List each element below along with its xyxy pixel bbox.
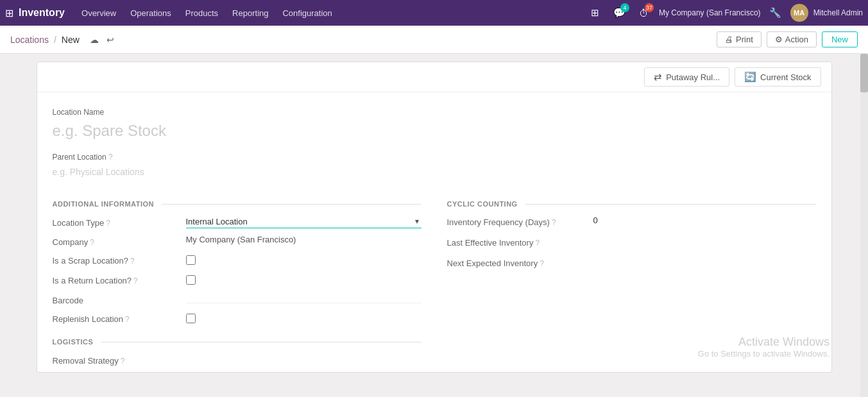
stock-icon: 🔄 (744, 71, 756, 83)
return-location-label-cell: Is a Return Location? ? (53, 273, 181, 285)
breadcrumb-icons: ☁ ↩ (87, 33, 117, 46)
scrap-location-value (186, 253, 421, 267)
barcode-input[interactable] (186, 293, 421, 303)
action-button[interactable]: ⚙ Action (767, 31, 817, 47)
inventory-freq-row: Inventory Frequency (Days) ? 0 (447, 215, 816, 227)
cyclic-counting-title: CYCLIC COUNTING (447, 200, 518, 208)
cloud-save-icon[interactable]: ☁ (87, 33, 101, 46)
current-stock-button[interactable]: 🔄 Current Stock (735, 67, 821, 87)
form-card-header: ⇄ Putaway Rul... 🔄 Current Stock (37, 62, 831, 92)
menu-item-operations[interactable]: Operations (124, 6, 178, 21)
parent-location-input[interactable] (53, 164, 816, 180)
breadcrumb-bar: Locations / New ☁ ↩ 🖨 Print ⚙ Action New (0, 26, 868, 54)
logistics-line (101, 342, 421, 342)
location-type-select-wrapper: Internal Location (186, 215, 421, 228)
gear-icon: ⚙ (775, 35, 783, 44)
topnav-right: ⊞ 💬 4 ⏱ 37 My Company (San Francisco) 🔧 … (586, 3, 863, 22)
putaway-rules-button[interactable]: ⇄ Putaway Rul... (644, 67, 729, 87)
two-column-section: ADDITIONAL INFORMATION Location Type ? (53, 190, 816, 372)
cyclic-counting-section-header: CYCLIC COUNTING (447, 200, 816, 208)
menu-item-reporting[interactable]: Reporting (226, 6, 275, 21)
scrap-location-label-cell: Is a Scrap Location? ? (53, 253, 181, 266)
removal-strategy-label-cell: Removal Strategy ? (53, 353, 181, 366)
breadcrumb-actions: 🖨 Print ⚙ Action New (717, 31, 858, 47)
return-location-value (186, 273, 421, 287)
location-name-label: Location Name (53, 108, 816, 117)
top-navigation: ⊞ Inventory Overview Operations Products… (0, 0, 868, 26)
scrollbar[interactable] (860, 54, 868, 380)
last-effective-label-cell: Last Effective Inventory ? (447, 236, 588, 248)
avatar: MA (790, 4, 808, 22)
return-location-checkbox[interactable] (186, 275, 196, 285)
replenish-help-icon[interactable]: ? (125, 315, 130, 324)
removal-strategy-help-icon[interactable]: ? (121, 357, 125, 366)
location-type-row: Location Type ? Internal Location (53, 215, 421, 228)
return-help-icon[interactable]: ? (133, 276, 138, 285)
location-type-select[interactable]: Internal Location (186, 215, 421, 228)
company-value: My Company (San Francisco) (186, 235, 421, 244)
breadcrumb-parent[interactable]: Locations (10, 35, 49, 45)
form-body: Location Name Parent Location ? ADDITION… (37, 92, 831, 372)
print-icon: 🖨 (725, 35, 733, 44)
menu-item-configuration[interactable]: Configuration (276, 6, 338, 21)
parent-location-help-icon[interactable]: ? (108, 153, 113, 162)
inventory-freq-label-cell: Inventory Frequency (Days) ? (447, 215, 588, 227)
additional-info-line (162, 204, 421, 205)
cyclic-counting-line (525, 204, 816, 205)
additional-info-title: ADDITIONAL INFORMATION (53, 200, 154, 208)
parent-location-label: Parent Location ? (53, 153, 816, 162)
messages-btn[interactable]: 💬 4 (610, 3, 629, 22)
shuffle-icon: ⇄ (654, 71, 662, 83)
location-type-label-cell: Location Type ? (53, 215, 181, 228)
additional-info-section-header: ADDITIONAL INFORMATION (53, 200, 421, 208)
logistics-title: LOGISTICS (53, 338, 94, 346)
print-button[interactable]: 🖨 Print (717, 31, 762, 47)
last-effective-row: Last Effective Inventory ? (447, 236, 816, 248)
location-type-help-icon[interactable]: ? (106, 219, 110, 228)
company-help-icon[interactable]: ? (90, 238, 94, 247)
menu-item-products[interactable]: Products (179, 6, 225, 21)
scrap-location-row: Is a Scrap Location? ? (53, 253, 421, 267)
breadcrumb-current: New (62, 35, 80, 45)
company-name: My Company (San Francisco) (659, 8, 761, 17)
main-content: ⇄ Putaway Rul... 🔄 Current Stock Locatio… (0, 62, 868, 373)
breadcrumb-separator: / (54, 35, 56, 45)
next-expected-row: Next Expected Inventory ? (447, 257, 816, 268)
logistics-section-header: LOGISTICS (53, 338, 421, 346)
form-card: ⇄ Putaway Rul... 🔄 Current Stock Locatio… (37, 62, 832, 373)
replenish-location-checkbox[interactable] (186, 314, 196, 323)
location-type-value: Internal Location (186, 215, 421, 228)
last-effective-help-icon[interactable]: ? (535, 239, 540, 248)
next-expected-label-cell: Next Expected Inventory ? (447, 257, 588, 268)
return-location-row: Is a Return Location? ? (53, 273, 421, 287)
activity-badge: 37 (645, 3, 654, 12)
inventory-freq-help-icon[interactable]: ? (552, 218, 556, 227)
apps-icon[interactable]: ⊞ (5, 7, 13, 19)
barcode-value (186, 293, 421, 303)
activity-btn[interactable]: ⏱ 37 (634, 3, 654, 22)
undo-icon[interactable]: ↩ (104, 33, 117, 46)
new-button[interactable]: New (822, 31, 858, 47)
scrap-location-checkbox[interactable] (186, 255, 196, 265)
username: Mitchell Admin (813, 8, 863, 17)
company-row: Company ? My Company (San Francisco) (53, 235, 421, 247)
right-column: CYCLIC COUNTING Inventory Frequency (Day… (447, 190, 816, 372)
grid-icon-btn[interactable]: ⊞ (586, 3, 605, 22)
location-name-input[interactable] (53, 119, 816, 142)
wrench-icon-btn[interactable]: 🔧 (766, 3, 785, 22)
scrap-help-icon[interactable]: ? (130, 257, 135, 266)
replenish-location-row: Replenish Location ? (53, 312, 421, 325)
company-label-cell: Company ? (53, 235, 181, 247)
scroll-thumb[interactable] (860, 54, 868, 92)
app-brand: Inventory (19, 7, 65, 19)
top-menu: Overview Operations Products Reporting C… (75, 6, 583, 21)
replenish-location-value (186, 312, 421, 325)
barcode-label-cell: Barcode (53, 293, 181, 305)
menu-item-overview[interactable]: Overview (75, 6, 123, 21)
next-expected-help-icon[interactable]: ? (540, 259, 544, 268)
left-column: ADDITIONAL INFORMATION Location Type ? (53, 190, 421, 372)
barcode-row: Barcode (53, 293, 421, 305)
inventory-freq-value: 0 (593, 215, 598, 225)
removal-strategy-row: Removal Strategy ? (53, 353, 421, 366)
replenish-location-label-cell: Replenish Location ? (53, 312, 181, 324)
